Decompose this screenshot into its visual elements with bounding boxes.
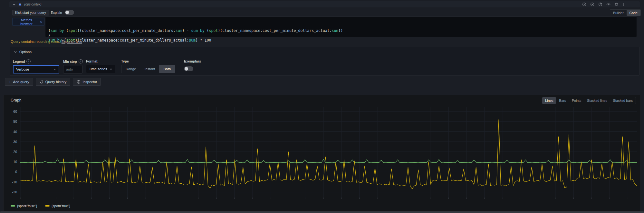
y-axis-tick-label: 50 [5,120,17,123]
plus-icon: + [9,80,11,84]
builder-mode-option[interactable]: Builder [610,10,627,16]
style-option-points[interactable]: Points [569,97,584,104]
format-field: Format Time series [86,59,115,73]
y-axis-tick-label: 10 [5,160,17,164]
kick-start-query-button[interactable]: Kick start your query [12,10,49,15]
type-field: Type Range Instant Both [121,59,175,73]
style-option-lines[interactable]: Lines [542,97,556,104]
info-circle-icon [77,80,81,84]
format-field-label: Format [86,59,115,63]
options-header[interactable]: Options [10,47,639,54]
query-history-label: Query history [45,80,66,84]
toggle-knob [65,11,69,14]
promql-code-editor[interactable]: (sum by (spot)(cluster_namespace:cost_pe… [45,16,637,37]
query-type-group: Range Instant Both [121,65,175,73]
info-icon: i [79,59,83,63]
y-axis-tick-label: 20 [5,150,17,154]
y-axis-tick-label: 30 [5,140,17,144]
legend-field: Legend i Verbose [13,59,59,73]
metrics-browser-button[interactable]: Metrics browser [12,18,44,26]
promql-line: / [48,33,634,38]
grafana-explore-page: A (ops-cortex) Kick start your query [0,0,644,213]
add-query-label: Add query [13,80,29,84]
legend-select[interactable]: Verbose [13,65,59,73]
trash-icon[interactable] [614,2,619,6]
y-axis-tick-label: -10 [5,180,17,184]
metrics-browser-label: Metrics browser [14,18,38,26]
format-label-text: Format [86,59,98,63]
warning-message: Query contains recording rules. [11,40,60,44]
options-header-label: Options [19,50,32,54]
recording-rules-warning: Query contains recording rules.Expand ru… [11,40,82,44]
query-actions-row: + Add query Query history Inspector [5,78,101,86]
y-axis-tick-label: -20 [5,190,17,194]
options-section: Options Legend i Verbose Min step i Form… [10,47,639,76]
chevron-down-icon [53,68,56,71]
y-axis-tick-label: 40 [5,130,17,134]
legend-field-label: Legend i [13,59,59,63]
legend-item-label: {spot="false"} [17,204,37,208]
style-option-bars[interactable]: Bars [556,97,569,104]
graph-style-switch: Lines Bars Points Stacked lines Stacked … [542,97,636,104]
promql-query-text: (sum by (spot)(cluster_namespace:cost_pe… [48,28,634,43]
legend-select-value: Verbose [16,67,29,71]
circle-arrow-icon[interactable] [582,2,586,6]
info-icon: i [26,59,31,63]
eye-icon[interactable] [606,2,610,6]
legend-label-text: Legend [13,60,25,63]
code-mode-option[interactable]: Code [627,10,640,16]
exemplars-field-label: Exemplars [184,59,201,63]
graph-panel-title: Graph [11,98,21,102]
min-step-field-label: Min step i [63,59,83,63]
promql-line: (sum by (spot)(cluster_namespace:cost_pe… [48,28,634,33]
exemplars-toggle[interactable] [184,66,193,71]
chart-legend: {spot="false"} {spot="true"} [11,204,70,208]
style-option-stacked-bars[interactable]: Stacked bars [610,97,636,104]
time-series-chart[interactable] [20,107,637,199]
y-axis-tick-label: 60 [5,110,17,113]
time-series-svg [20,107,637,199]
type-option-range[interactable]: Range [121,65,140,73]
add-query-button[interactable]: + Add query [5,78,33,86]
y-axis-tick-label: 0 [5,170,17,174]
toggle-knob [185,67,188,71]
legend-item-label: {spot="true"} [52,204,71,208]
style-option-stacked-lines[interactable]: Stacked lines [584,97,610,104]
promql-line: sum by (spot)(cluster_namespace:cost_per… [48,38,634,43]
graph-panel: Graph Lines Bars Points Stacked lines St… [3,95,641,211]
datasource-name: (ops-cortex) [24,3,41,6]
min-step-field: Min step i [63,59,83,73]
chevron-down-icon [110,68,112,71]
legend-item-spot-false[interactable]: {spot="false"} [11,204,37,208]
min-step-input[interactable] [63,65,82,73]
format-select[interactable]: Time series [86,65,115,73]
exemplars-field: Exemplars [184,59,201,72]
inspector-label: Inspector [82,80,97,84]
type-option-instant[interactable]: Instant [140,65,159,73]
editor-mode-switch: Builder Code [610,9,641,16]
explain-label: Explain [51,11,62,15]
explain-toggle[interactable] [65,10,74,15]
legend-item-spot-true[interactable]: {spot="true"} [45,204,71,208]
horizontal-scrollbar[interactable] [0,211,644,213]
type-label-text: Type [121,59,129,63]
explain-control: Explain [51,10,74,15]
type-option-both[interactable]: Both [159,65,175,73]
min-step-label-text: Min step [63,60,77,63]
query-ref-id[interactable]: A [19,3,21,6]
series-color-swatch [11,205,15,207]
series-color-swatch [45,205,50,207]
inspector-button[interactable]: Inspector [73,78,101,86]
history-icon [40,80,43,84]
chevron-right-icon [40,21,42,24]
exemplars-label-text: Exemplars [184,59,201,63]
query-history-button[interactable]: Query history [36,78,70,86]
query-row-header: A (ops-cortex) [9,1,640,7]
pie-chart-icon[interactable] [598,2,602,6]
record-circle-icon[interactable] [590,2,594,6]
type-field-label: Type [121,59,175,63]
format-select-value: Time series [89,67,107,71]
expand-rules-link[interactable]: Expand rules [62,40,82,44]
drag-handle-icon[interactable] [622,2,626,6]
collapse-chevron-icon[interactable] [13,3,16,6]
